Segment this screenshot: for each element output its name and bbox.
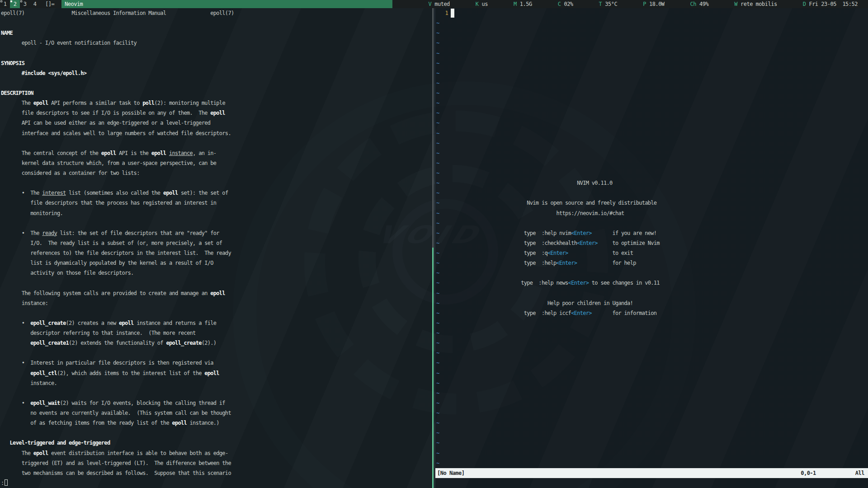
status-item-d: DFri 23-05 15:52 [803, 1, 858, 7]
man-line: kernel data structure which, from a user… [1, 158, 234, 168]
status-label: W [734, 1, 737, 7]
man-line: list is dynamically populated by the ker… [1, 258, 234, 268]
status-item-w: Wrete mobilis [734, 1, 777, 7]
nvim-line-number: 1 [436, 8, 448, 18]
tilde-row: ~ [436, 48, 439, 58]
tag-list: 1234 [0, 0, 40, 8]
nvim-intro-line [435, 218, 660, 228]
status-label: V [428, 1, 431, 7]
pager-prompt: : [1, 480, 4, 486]
tilde-row: ~ [436, 58, 439, 68]
tag-client-indicator [0, 0, 2, 2]
status-item-v: Vmuted [428, 1, 449, 7]
tag-4[interactable]: 4 [30, 0, 40, 8]
nvim-cursor [451, 9, 454, 18]
man-line: no events are currently available. (This… [1, 408, 234, 418]
tag-label: 2 [14, 1, 17, 7]
tilde-row: ~ [436, 378, 439, 388]
status-label: K [476, 1, 479, 7]
man-line: • The ready list: the set of file descri… [1, 228, 234, 238]
status-value: 35°C [605, 1, 617, 7]
status-item-k: Kus [476, 1, 488, 7]
man-line [1, 348, 234, 358]
status-label: C [558, 1, 561, 7]
tilde-row: ~ [436, 318, 439, 328]
nvim-intro-line: NVIM v0.11.0 [435, 178, 660, 188]
man-line: triggered (ET) and as level-triggered (L… [1, 458, 234, 468]
nvim-intro-line: type :help<Enter> for help [435, 258, 660, 268]
tilde-row: ~ [436, 158, 439, 168]
man-line: file descriptors to see if I/O is possib… [1, 108, 234, 118]
status-value: muted [434, 1, 450, 7]
nvim-intro-line: https://neovim.io/#chat [435, 208, 660, 218]
man-line: Level-triggered and edge-triggered [1, 438, 234, 448]
status-value: 49% [699, 1, 708, 7]
tag-1[interactable]: 1 [0, 0, 10, 8]
layout-symbol[interactable]: []= [45, 0, 54, 8]
pager-command-line[interactable]: : [1, 478, 8, 488]
nvim-intro-line [435, 188, 660, 198]
manpage-content: epoll(7) Miscellaneous Information Manua… [1, 8, 234, 478]
status-label: M [514, 1, 517, 7]
status-label: P [643, 1, 646, 7]
tilde-row: ~ [436, 148, 439, 158]
tag-label: 3 [24, 1, 27, 7]
status-value: us [482, 1, 488, 7]
status-label: D [803, 1, 806, 7]
man-line: of as fetching items from the ready list… [1, 418, 234, 428]
nvim-intro-line: Help poor children in Uganda! [435, 298, 660, 308]
tilde-row: ~ [436, 358, 439, 368]
tilde-row: ~ [436, 68, 439, 78]
man-line: The central concept of the epoll API is … [1, 148, 234, 158]
nvim-buffer-name: [No Name] [437, 470, 465, 476]
man-line: interface and scales well to large numbe… [1, 128, 234, 138]
man-line: activity on those file descriptors. [1, 268, 234, 278]
nvim-intro-screen: NVIM v0.11.0 Nvim is open source and fre… [435, 178, 660, 318]
nvim-ruler-position: 0,0-1 [801, 470, 816, 476]
status-area: VmutedKusM1.5GC02%T35°CP18.0WCh49%Wrete … [428, 0, 858, 8]
status-item-ch: Ch49% [690, 1, 709, 7]
dwm-bar: 1234 []= Neovim VmutedKusM1.5GC02%T35°CP… [0, 0, 868, 8]
man-line [1, 78, 234, 88]
man-line [1, 18, 234, 28]
man-line: epoll - I/O event notification facility [1, 38, 234, 48]
man-line: • epoll_create(2) creates a new epoll in… [1, 318, 234, 328]
tag-2[interactable]: 2 [10, 0, 20, 8]
nvim-intro-line: type :help nvim<Enter> if you are new! [435, 228, 660, 238]
nvim-intro-line: type :checkhealth<Enter> to optimize Nvi… [435, 238, 660, 248]
tilde-row: ~ [436, 78, 439, 88]
terminal-cursor-unfocused [5, 479, 8, 486]
man-line: instance: [1, 298, 234, 308]
status-value: 18.0W [649, 1, 665, 7]
status-item-c: C02% [558, 1, 573, 7]
man-line: considered as a container for two lists: [1, 168, 234, 178]
tilde-row: ~ [436, 408, 439, 418]
status-value: rete mobilis [741, 1, 777, 7]
man-line: The epoll event distribution interface i… [1, 448, 234, 458]
tilde-row: ~ [436, 118, 439, 128]
tilde-row: ~ [436, 428, 439, 438]
man-line: API can be used either as an edge-trigge… [1, 118, 234, 128]
tilde-row: ~ [436, 128, 439, 138]
focused-window-title: Neovim [61, 0, 392, 8]
man-line [1, 138, 234, 148]
tag-3[interactable]: 3 [20, 0, 30, 8]
man-line: monitoring. [1, 208, 234, 218]
man-line: descriptor referring to that instance. (… [1, 328, 234, 338]
nvim-intro-line: Nvim is open source and freely distribut… [435, 198, 660, 208]
nvim-intro-line: type :help iccf<Enter> for information [435, 308, 660, 318]
man-line: DESCRIPTION [1, 88, 234, 98]
neovim-window[interactable]: 1 ~~~~~~~~~~~~~~~~~~~~~~~~~~~~~~~~~~~~~~… [435, 8, 868, 488]
man-line: epoll_ctl(2), which adds items to the in… [1, 368, 234, 378]
status-value: 02% [564, 1, 573, 7]
tilde-row: ~ [436, 388, 439, 398]
nvim-intro-line [435, 268, 660, 278]
status-value: 1.5G [520, 1, 532, 7]
man-line [1, 308, 234, 318]
terminal-window-manpage[interactable]: epoll(7) Miscellaneous Information Manua… [0, 8, 432, 488]
man-line: two mechanisms can be described as follo… [1, 468, 234, 478]
tilde-row: ~ [436, 448, 439, 458]
tilde-row: ~ [436, 458, 439, 468]
tilde-row: ~ [436, 168, 439, 178]
man-line: The following system calls are provided … [1, 288, 234, 298]
